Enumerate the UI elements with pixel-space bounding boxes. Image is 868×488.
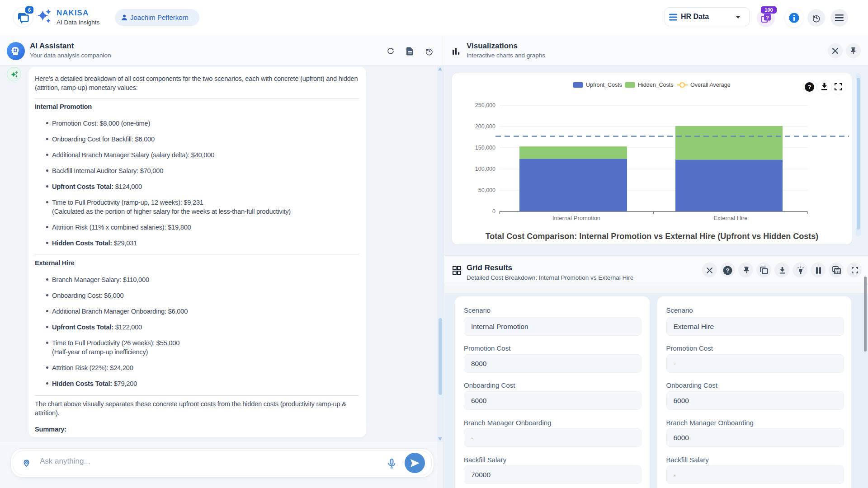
svg-text:50,000: 50,000 bbox=[478, 187, 495, 193]
svg-text:Total Cost Comparison: Interna: Total Cost Comparison: Internal Promotio… bbox=[486, 232, 819, 241]
svg-text:250,000: 250,000 bbox=[475, 102, 495, 108]
svg-text:?: ? bbox=[808, 84, 811, 90]
svg-text:Hidden_Costs: Hidden_Costs bbox=[638, 82, 674, 88]
svg-text:200,000: 200,000 bbox=[475, 123, 495, 130]
svg-text:External Hire: External Hire bbox=[713, 215, 747, 221]
svg-text:?: ? bbox=[726, 267, 730, 274]
svg-text:150,000: 150,000 bbox=[475, 145, 495, 151]
svg-text:?: ? bbox=[766, 15, 769, 20]
svg-text:0: 0 bbox=[492, 208, 495, 215]
svg-text:100,000: 100,000 bbox=[475, 166, 495, 172]
svg-text:Internal Promotion: Internal Promotion bbox=[552, 215, 600, 221]
svg-text:Upfront_Costs: Upfront_Costs bbox=[586, 82, 622, 88]
svg-text:Overall Average: Overall Average bbox=[690, 82, 731, 88]
